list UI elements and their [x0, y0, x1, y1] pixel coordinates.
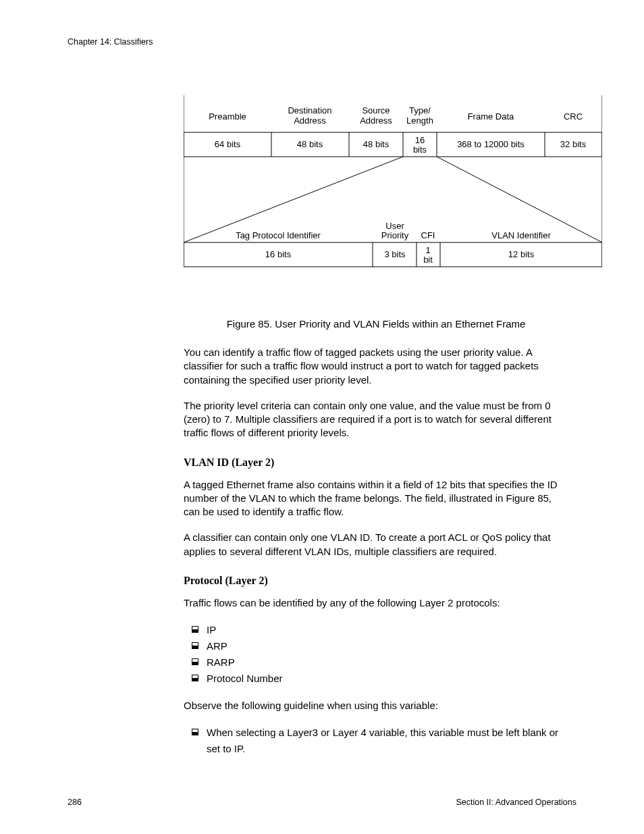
figure-85: Preamble Destination Address Source Addr… [184, 95, 568, 330]
paragraph: Observe the following guideline when usi… [184, 699, 568, 712]
page-number: 286 [68, 798, 82, 807]
lbl-addr2: Address [360, 115, 392, 126]
val-cfi1: 1 [425, 245, 430, 255]
svg-line-6 [184, 157, 403, 242]
lbl-priority: Priority [381, 230, 409, 240]
list-item: Protocol Number [184, 671, 568, 687]
paragraph: A tagged Ethernet frame also contains wi… [184, 478, 568, 519]
paragraph: Traffic flows can be identified by any o… [184, 596, 568, 610]
protocol-list: IP ARP RARP Protocol Number [184, 622, 568, 687]
lbl-addr1: Address [294, 115, 326, 126]
page-footer: 286 Section II: Advanced Operations [68, 798, 576, 807]
val-preamble: 64 bits [215, 139, 241, 149]
lbl-source: Source [362, 105, 390, 115]
list-item: IP [184, 622, 568, 638]
lbl-cfi: CFI [421, 230, 435, 240]
svg-line-7 [437, 157, 602, 242]
paragraph: The priority level criteria can contain … [184, 399, 568, 440]
lbl-dest: Destination [288, 105, 331, 115]
lbl-preamble: Preamble [209, 111, 246, 122]
guideline-list: When selecting a Layer3 or Layer 4 varia… [184, 725, 568, 757]
heading-vlan-id: VLAN ID (Layer 2) [184, 457, 568, 469]
val-frame-data: 368 to 12000 bits [457, 139, 525, 149]
heading-protocol: Protocol (Layer 2) [184, 575, 568, 587]
lbl-vlanid: VLAN Identifier [491, 230, 551, 240]
content-area: Preamble Destination Address Source Addr… [184, 95, 568, 757]
lbl-crc: CRC [564, 111, 583, 122]
val-dest: 48 bits [297, 139, 323, 149]
val-crc: 32 bits [560, 139, 587, 149]
lbl-length: Length [406, 115, 433, 126]
val-source: 48 bits [363, 139, 390, 149]
page: Chapter 14: Classifiers Preamble [0, 0, 644, 834]
svg-rect-0 [184, 132, 602, 157]
list-item: RARP [184, 654, 568, 671]
ethernet-frame-diagram: Preamble Destination Address Source Addr… [184, 95, 602, 305]
val-tl2: bits [413, 145, 427, 155]
paragraph: You can identify a traffic flow of tagge… [184, 346, 568, 387]
list-item: ARP [184, 638, 568, 654]
lbl-user: User [385, 221, 404, 231]
val-vlanid: 12 bits [508, 249, 535, 259]
lbl-tpi: Tag Protocol Identifier [236, 230, 321, 240]
lbl-type: Type/ [409, 105, 431, 115]
list-item: When selecting a Layer3 or Layer 4 varia… [184, 725, 568, 757]
section-label: Section II: Advanced Operations [456, 798, 576, 807]
paragraph: A classifier can contain only one VLAN I… [184, 531, 568, 558]
val-tl1: 16 [415, 135, 425, 145]
page-header: Chapter 14: Classifiers [68, 37, 576, 47]
val-tpi: 16 bits [265, 249, 292, 259]
val-priority: 3 bits [384, 249, 406, 259]
val-cfi2: bit [423, 255, 433, 265]
figure-caption: Figure 85. User Priority and VLAN Fields… [184, 318, 568, 330]
lbl-frame-data: Frame Data [468, 111, 514, 122]
